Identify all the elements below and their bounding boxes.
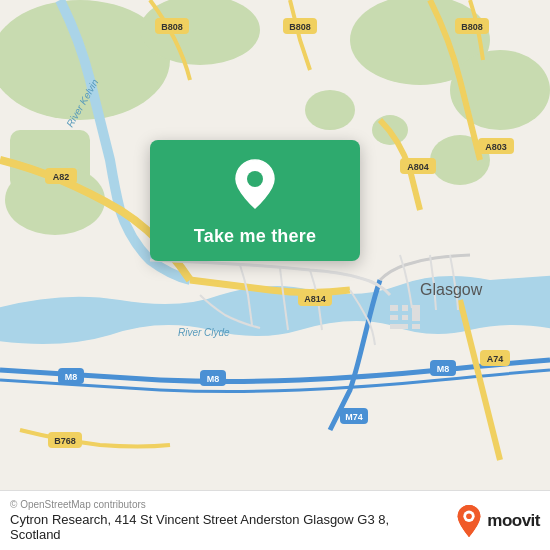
svg-text:A803: A803 <box>485 142 507 152</box>
svg-text:B808: B808 <box>161 22 183 32</box>
svg-rect-39 <box>390 305 398 311</box>
svg-text:A804: A804 <box>407 162 429 172</box>
svg-text:A74: A74 <box>487 354 504 364</box>
svg-rect-42 <box>402 315 408 320</box>
svg-text:A82: A82 <box>53 172 70 182</box>
svg-text:B808: B808 <box>461 22 483 32</box>
svg-text:M8: M8 <box>65 372 78 382</box>
svg-point-48 <box>466 513 472 519</box>
svg-rect-44 <box>390 324 408 329</box>
location-pin-icon <box>233 158 277 214</box>
svg-text:River Clyde: River Clyde <box>178 327 230 338</box>
svg-point-8 <box>305 90 355 130</box>
svg-text:M8: M8 <box>437 364 450 374</box>
footer-info: © OpenStreetMap contributors Cytron Rese… <box>10 499 440 542</box>
moovit-logo: moovit <box>455 504 540 538</box>
map-view: A82 A804 A803 M8 M8 M8 M74 A814 A74 B768… <box>0 0 550 490</box>
svg-text:B768: B768 <box>54 436 76 446</box>
svg-text:Glasgow: Glasgow <box>420 281 483 298</box>
svg-rect-43 <box>412 305 420 321</box>
location-label: Cytron Research, 414 St Vincent Street A… <box>10 512 440 542</box>
moovit-wordmark: moovit <box>487 511 540 531</box>
svg-text:B808: B808 <box>289 22 311 32</box>
cta-label: Take me there <box>194 226 316 247</box>
svg-text:M8: M8 <box>207 374 220 384</box>
svg-point-46 <box>247 171 263 187</box>
map-attribution: © OpenStreetMap contributors <box>10 499 440 510</box>
footer-bar: © OpenStreetMap contributors Cytron Rese… <box>0 490 550 550</box>
svg-rect-45 <box>412 324 420 329</box>
svg-rect-40 <box>402 305 408 311</box>
take-me-there-card[interactable]: Take me there <box>150 140 360 261</box>
svg-rect-41 <box>390 315 398 320</box>
svg-text:A814: A814 <box>304 294 326 304</box>
svg-text:M74: M74 <box>345 412 363 422</box>
moovit-logo-icon <box>455 504 483 538</box>
